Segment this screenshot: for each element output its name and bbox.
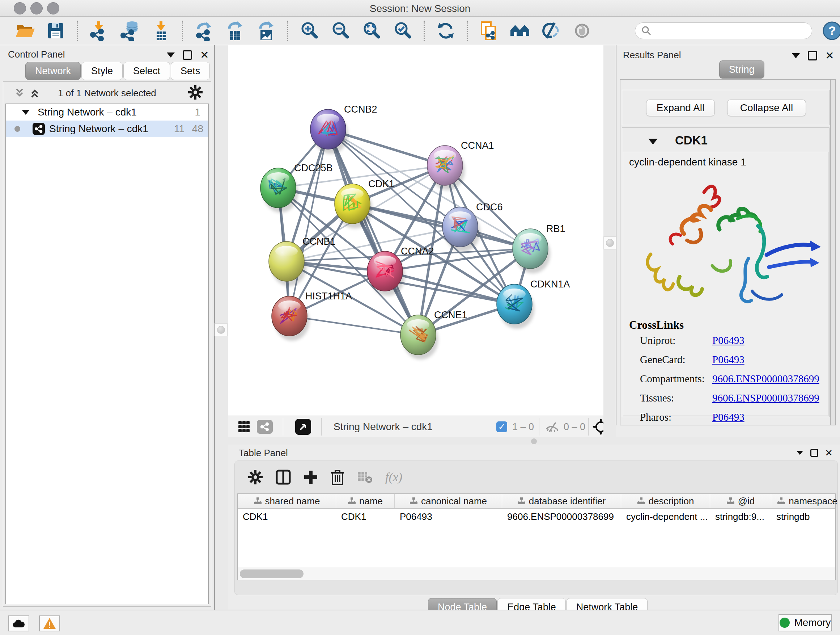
- crosslink-link[interactable]: P06493: [712, 411, 745, 423]
- network-options-gear-icon[interactable]: [188, 85, 203, 100]
- node-label-CDK1: CDK1: [368, 179, 394, 189]
- import-table-file-icon[interactable]: [151, 21, 171, 41]
- expand-all-button[interactable]: Expand All: [646, 100, 715, 116]
- crosslink-link[interactable]: P06493: [712, 334, 745, 346]
- float-panel-icon[interactable]: [808, 51, 817, 60]
- add-column-icon[interactable]: [303, 470, 318, 485]
- tab-style[interactable]: Style: [81, 62, 123, 80]
- collection-expander-icon[interactable]: [22, 110, 30, 115]
- zoom-out-icon[interactable]: [330, 21, 351, 41]
- node-RB1[interactable]: RB1: [513, 223, 565, 273]
- close-panel-icon[interactable]: ✕: [825, 51, 834, 60]
- function-builder-icon[interactable]: f(x): [385, 470, 402, 484]
- hidden-elements-icon[interactable]: [545, 422, 560, 432]
- left-panel-divider[interactable]: [214, 45, 228, 610]
- column-header-name[interactable]: name: [336, 494, 395, 508]
- memory-button[interactable]: Memory: [778, 614, 832, 631]
- hide-panel-icon[interactable]: [541, 21, 561, 41]
- float-panel-icon[interactable]: [810, 449, 818, 457]
- column-header-description[interactable]: description: [621, 494, 710, 508]
- copy-document-icon[interactable]: [478, 21, 499, 41]
- table-settings-gear-icon[interactable]: [248, 470, 263, 485]
- network-collection-row[interactable]: String Network – cdk1 1: [6, 104, 208, 120]
- cloud-button[interactable]: [8, 616, 29, 631]
- save-session-icon[interactable]: [46, 21, 66, 41]
- results-scrollbar[interactable]: [830, 80, 835, 425]
- bottom-divider-grip[interactable]: [531, 439, 537, 444]
- float-panel-icon[interactable]: [183, 50, 192, 60]
- hidden-count: 0 – 0: [564, 421, 585, 432]
- export-table-icon[interactable]: [225, 21, 245, 41]
- import-network-database-icon[interactable]: [120, 21, 140, 41]
- open-in-window-icon[interactable]: [295, 419, 311, 435]
- bottom-panel-divider[interactable]: [228, 437, 840, 445]
- tab-string[interactable]: String: [719, 60, 764, 79]
- open-session-icon[interactable]: [14, 21, 35, 41]
- collapse-all-button[interactable]: Collapse All: [727, 100, 806, 116]
- status-separator: [283, 418, 283, 435]
- delete-column-icon[interactable]: [330, 469, 345, 485]
- tab-sets[interactable]: Sets: [171, 62, 210, 80]
- edge-CCNB2-CCNE1[interactable]: [328, 129, 418, 335]
- selected-nodes-checkbox[interactable]: ✓: [496, 421, 507, 432]
- zoom-selected-icon[interactable]: [393, 21, 413, 41]
- column-header-canonical-name[interactable]: canonical name: [395, 494, 502, 508]
- column-header-@id[interactable]: @id: [710, 494, 771, 508]
- edge-CDK1-RB1[interactable]: [352, 204, 531, 249]
- zoom-fit-icon[interactable]: [362, 21, 382, 41]
- table-row[interactable]: CDK1CDK1P064939606.ENSP00000378699cyclin…: [238, 509, 835, 524]
- crosslink-link[interactable]: 9606.ENSP00000378699: [712, 392, 819, 404]
- node-CCNB1[interactable]: CCNB1: [269, 236, 336, 286]
- node-CDC25B[interactable]: CDC25B: [261, 163, 333, 212]
- left-divider-grip[interactable]: [215, 323, 227, 336]
- node-CCNA1[interactable]: CCNA1: [427, 140, 494, 190]
- node-CCNA2[interactable]: CCNA2: [367, 246, 434, 296]
- scrollbar-thumb[interactable]: [240, 570, 303, 578]
- table-cell: CDK1: [336, 509, 395, 524]
- export-network-icon[interactable]: [194, 21, 214, 41]
- refresh-icon[interactable]: [436, 21, 456, 41]
- node-CDKN1A[interactable]: CDKN1A: [497, 279, 570, 329]
- right-divider-grip[interactable]: [603, 236, 616, 249]
- node-CDK1[interactable]: CDK1: [335, 179, 394, 228]
- tab-network[interactable]: Network: [25, 62, 81, 80]
- toolbar-separator: [467, 21, 468, 41]
- delete-table-icon[interactable]: [357, 470, 373, 484]
- column-header-database-identifier[interactable]: database identifier: [502, 494, 621, 508]
- tab-select[interactable]: Select: [123, 62, 170, 80]
- network-apps-icon[interactable]: [257, 420, 273, 434]
- node-CCNE1[interactable]: CCNE1: [401, 310, 467, 359]
- network-view-panel: CCNB2CCNA1CDC25BCDK1CDC6RB1CCNB1CCNA2CDK…: [228, 45, 603, 437]
- search-input[interactable]: [652, 25, 804, 36]
- node-CCNB2[interactable]: CCNB2: [310, 104, 377, 154]
- node-HIST1H1A[interactable]: HIST1H1A: [272, 291, 352, 340]
- toggle-columns-icon[interactable]: [275, 469, 291, 485]
- network-row-selected[interactable]: String Network – cdk1 11 48: [6, 120, 208, 137]
- crosslink-link[interactable]: P06493: [712, 354, 745, 365]
- crosslinks-heading: CrossLinks: [629, 318, 684, 332]
- help-icon[interactable]: ?: [822, 21, 840, 41]
- network-canvas[interactable]: CCNB2CCNA1CDC25BCDK1CDC6RB1CCNB1CCNA2CDK…: [228, 45, 603, 416]
- node-label-CDKN1A: CDKN1A: [531, 279, 570, 290]
- node-label-CCNB2: CCNB2: [344, 104, 377, 115]
- import-network-file-icon[interactable]: [88, 21, 109, 41]
- warning-button[interactable]: [39, 616, 60, 631]
- home-panels-icon[interactable]: [510, 21, 530, 41]
- table-horizontal-scrollbar[interactable]: [238, 567, 835, 580]
- column-header-namespace[interactable]: namespace: [771, 494, 840, 508]
- protein-expander-icon[interactable]: [648, 139, 658, 144]
- panel-menu-icon[interactable]: [797, 451, 803, 455]
- zoom-in-icon[interactable]: [299, 21, 319, 41]
- show-panel-icon[interactable]: [572, 21, 592, 41]
- panel-menu-icon[interactable]: [792, 53, 800, 58]
- export-image-icon[interactable]: [256, 21, 276, 41]
- crosslink-link[interactable]: 9606.ENSP00000378699: [712, 373, 819, 385]
- right-panel-divider[interactable]: [603, 45, 616, 437]
- grid-view-icon[interactable]: [238, 421, 250, 433]
- close-panel-icon[interactable]: ✕: [200, 50, 209, 60]
- crosslink-label: GeneCard:: [640, 354, 712, 373]
- title-bar: Session: New Session: [0, 0, 840, 17]
- panel-menu-icon[interactable]: [167, 52, 175, 57]
- close-panel-icon[interactable]: ✕: [825, 448, 833, 458]
- column-header-shared-name[interactable]: shared name: [238, 494, 336, 508]
